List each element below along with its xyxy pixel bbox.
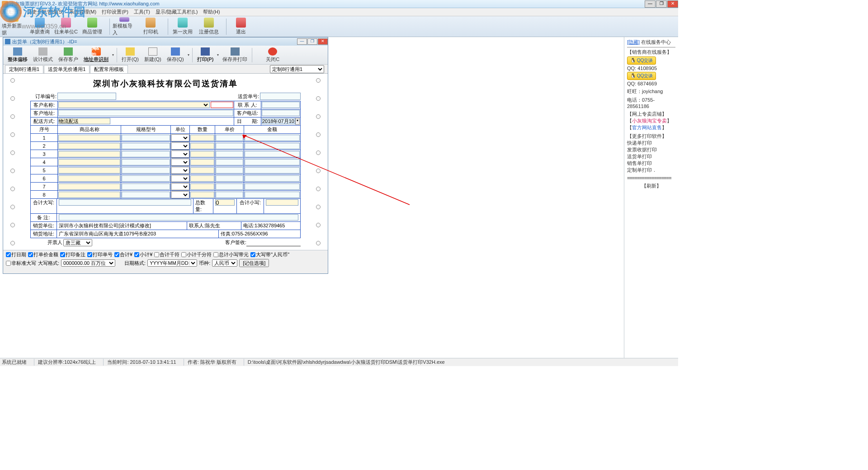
item-name-input[interactable] (58, 159, 120, 165)
software-link[interactable]: 定制单打印． (627, 167, 675, 174)
new-button[interactable]: 新建(Q) (142, 47, 164, 64)
first-time-button[interactable]: 第一次用 (171, 17, 194, 36)
units-button[interactable]: 往来单位C (54, 17, 78, 36)
child-maximize-button[interactable]: ❐ (307, 38, 317, 45)
menu-item[interactable]: 历史开机管理(S) (27, 9, 64, 15)
item-qty-input[interactable] (190, 135, 215, 141)
cust-code-input[interactable] (211, 102, 233, 108)
hide-panel-link[interactable]: [隐藏] (627, 39, 640, 45)
software-link[interactable]: 发票收据打印 (627, 146, 675, 153)
tab-template-2[interactable]: 送货单无价通用1 (44, 65, 90, 73)
template-select[interactable]: 定制8行通用1 (270, 65, 324, 73)
dropdown-icon[interactable]: ▾ (111, 47, 115, 64)
item-amount-input[interactable] (245, 175, 300, 182)
item-spec-input[interactable] (122, 143, 170, 149)
item-unit-select[interactable] (171, 167, 189, 174)
date-picker-button[interactable]: ▾ (295, 118, 300, 125)
item-qty-input[interactable] (190, 192, 215, 198)
item-name-input[interactable] (58, 167, 120, 174)
item-unit-select[interactable] (171, 142, 189, 150)
print-option-check[interactable]: 大写带"人民币" (250, 251, 289, 258)
qq-chat-button[interactable]: 🐧 QQ交谈 (627, 56, 656, 65)
print-option-check[interactable]: 合计¥ (114, 251, 132, 258)
item-price-input[interactable] (216, 135, 244, 141)
total-num-input[interactable] (266, 199, 298, 206)
cust-name-select[interactable] (58, 102, 210, 108)
item-unit-select[interactable] (171, 191, 189, 198)
item-spec-input[interactable] (122, 151, 170, 157)
item-unit-select[interactable] (171, 150, 189, 158)
print-option-check[interactable]: 打日期 (6, 251, 26, 258)
menu-item[interactable]: 工具(T) (134, 9, 150, 15)
save-and-print-button[interactable]: 保存并打印 (220, 47, 250, 64)
cn-format-select[interactable]: 0000000.00 百万位 (61, 259, 115, 267)
item-qty-input[interactable] (190, 143, 215, 149)
cust-addr-input[interactable] (58, 110, 233, 116)
official-shop-link[interactable]: 官方网站直售 (632, 125, 662, 130)
item-name-input[interactable] (58, 175, 120, 182)
item-qty-input[interactable] (190, 167, 215, 174)
currency-select[interactable]: 人民币 (212, 259, 237, 267)
item-unit-select[interactable] (171, 183, 189, 190)
print-option-check[interactable]: 打印单号 (87, 251, 113, 258)
whole-shift-button[interactable]: 整体偏移 (5, 47, 30, 64)
import-template-button[interactable]: 新模板导入 (113, 17, 136, 36)
item-price-input[interactable] (216, 151, 244, 157)
refresh-link[interactable]: 【刷新】 (627, 183, 675, 189)
query-button[interactable]: 单据查询 (28, 17, 52, 36)
exit-button[interactable]: 退出 (229, 17, 253, 36)
menu-item[interactable]: 打印设置(P) (102, 9, 128, 15)
item-unit-select[interactable] (171, 175, 189, 182)
register-button[interactable]: 注册信息 (197, 17, 221, 36)
item-qty-input[interactable] (190, 183, 215, 190)
remark-input[interactable] (59, 214, 298, 221)
close-button[interactable]: ✕ (667, 0, 678, 8)
item-amount-input[interactable] (245, 183, 300, 190)
ship-method-input[interactable] (58, 118, 110, 124)
date-format-select[interactable]: YYYY年MM月DD日 (147, 259, 197, 267)
item-qty-input[interactable] (190, 175, 215, 182)
item-price-input[interactable] (216, 159, 244, 165)
total-qty-input[interactable] (215, 199, 235, 206)
software-link[interactable]: 快递单打印 (627, 140, 675, 146)
total-cn-input[interactable] (59, 199, 191, 206)
remember-button[interactable]: [记住选项] (239, 259, 269, 267)
taobao-shop-link[interactable]: 小灰狼淘宝专卖 (632, 118, 667, 123)
item-spec-input[interactable] (122, 159, 170, 165)
item-name-input[interactable] (58, 135, 120, 141)
item-spec-input[interactable] (122, 167, 170, 174)
save-customer-button[interactable]: 保存客户 (56, 47, 81, 64)
item-amount-input[interactable] (245, 167, 300, 174)
menu-item[interactable]: 帮助(H) (203, 9, 220, 15)
item-amount-input[interactable] (245, 192, 300, 198)
print-option-check[interactable]: 总计小写带元 (213, 251, 249, 258)
minimize-button[interactable]: — (645, 0, 656, 8)
address-parse-button[interactable]: 淘&拍地址串识别 (81, 47, 111, 64)
item-spec-input[interactable] (122, 175, 170, 182)
item-name-input[interactable] (58, 151, 120, 157)
item-price-input[interactable] (216, 183, 244, 190)
save-button[interactable]: 保存(Q) (164, 47, 187, 64)
item-price-input[interactable] (216, 175, 244, 182)
menu-item[interactable]: 显示/隐藏工具栏(L) (156, 9, 198, 15)
software-link[interactable]: 销售单打印 (627, 160, 675, 167)
tab-config[interactable]: 配置常用模板 (90, 65, 128, 73)
cust-tel-input[interactable] (262, 110, 300, 116)
print-option-check[interactable]: 打单价金额 (28, 251, 58, 258)
menu-item[interactable]: 系统管理(M) (69, 9, 97, 15)
item-spec-input[interactable] (122, 135, 170, 141)
restore-button[interactable]: ❐ (656, 0, 667, 8)
qq-chat-button[interactable]: 🐧 QQ交谈 (627, 72, 656, 80)
print-button[interactable]: 打印(P) (194, 47, 217, 64)
software-link[interactable]: 送货单打印 (627, 153, 675, 160)
order-no-input[interactable] (57, 93, 116, 100)
printer-button[interactable]: 打印机 (139, 17, 162, 36)
item-name-input[interactable] (58, 143, 120, 149)
new-receipt-button[interactable]: 填开新票据 (2, 17, 25, 36)
dropdown-icon[interactable]: ▾ (187, 47, 190, 64)
open-button[interactable]: 打开(Q) (119, 47, 142, 64)
close-window-button[interactable]: 关闭C (263, 47, 282, 64)
goods-button[interactable]: 商品管理 (80, 17, 104, 36)
dropdown-icon[interactable]: ▾ (216, 47, 220, 64)
print-option-check[interactable]: 小计千分符 (181, 251, 212, 258)
